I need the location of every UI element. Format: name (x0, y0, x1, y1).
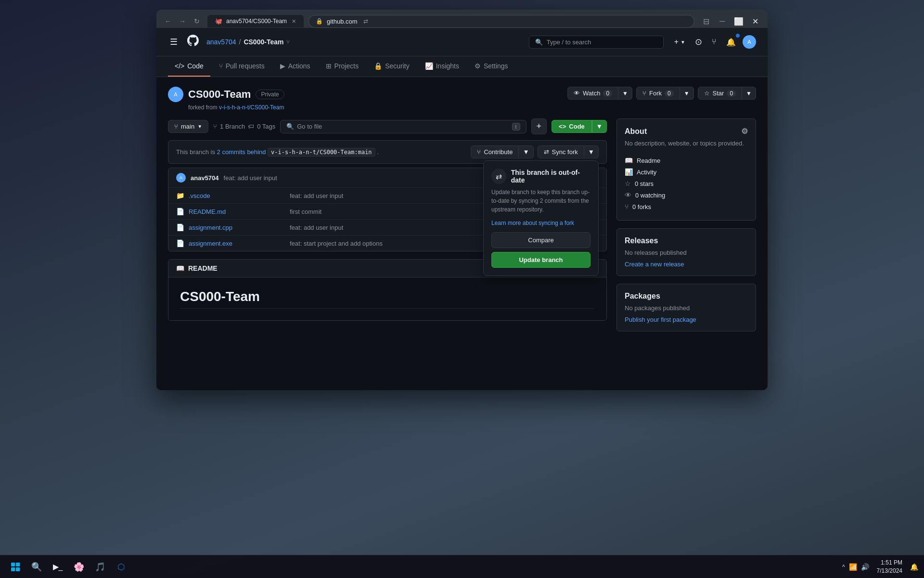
pr-button[interactable]: ⑂ (709, 35, 719, 49)
go-to-file-icon: 🔍 (286, 123, 294, 130)
about-title: About ⚙ (625, 127, 748, 136)
sync-fork-dropdown-button[interactable]: ▼ (584, 145, 599, 158)
taskbar-spotify[interactable]: 🎵 (90, 557, 110, 577)
tab-insights[interactable]: 📈 Insights (418, 56, 466, 77)
file-name-cpp[interactable]: assignment.cpp (189, 224, 285, 231)
forward-button[interactable]: → (177, 15, 188, 27)
browser-actions: ⊟ ─ ⬜ ✕ (699, 14, 762, 28)
code-dropdown-button[interactable]: ▼ (592, 120, 607, 133)
about-stat-activity[interactable]: 📊 Activity (625, 166, 748, 178)
about-stat-stars[interactable]: ☆ 0 stars (625, 178, 748, 189)
about-settings-icon[interactable]: ⚙ (741, 127, 748, 136)
repo-actions: 👁 Watch 0 ▼ ⑂ Fork 0 (567, 87, 756, 100)
tray-chevron[interactable]: ^ (842, 564, 845, 570)
browser-tab[interactable]: 🐙 anav5704/CS000-Team ✕ (207, 15, 304, 27)
sync-dropdown-icon: ⇄ (491, 169, 506, 184)
taskbar-vscode[interactable]: ⬡ (112, 557, 131, 577)
notification-icon[interactable]: 🔔 (910, 563, 918, 571)
tab-actions[interactable]: ▶ Actions (273, 56, 317, 77)
sync-dropdown: ⇄ This branch is out-of-date Update bran… (483, 160, 599, 276)
tab-insights-label: Insights (436, 62, 459, 70)
breadcrumb-owner[interactable]: anav5704 (206, 38, 236, 46)
tags-count-link[interactable]: 0 Tags (257, 123, 275, 130)
tab-close[interactable]: ✕ (292, 18, 296, 25)
star-button[interactable]: ☆ Star 0 (698, 87, 743, 100)
tab-title: anav5704/CS000-Team (226, 18, 287, 25)
watch-dropdown-button[interactable]: ▼ (618, 87, 632, 100)
releases-card: Releases No releases published Create a … (616, 228, 756, 276)
about-stat-readme[interactable]: 📖 Readme (625, 155, 748, 166)
commit-author[interactable]: anav5704 (191, 174, 219, 182)
branch-selector[interactable]: ⑂ main ▼ (168, 120, 208, 133)
file-name-vscode[interactable]: .vscode (189, 192, 285, 199)
minimize-button[interactable]: ─ (716, 14, 729, 28)
tab-pull-requests[interactable]: ⑂ Pull requests (212, 56, 271, 77)
split-view-button[interactable]: ⊟ (699, 14, 713, 28)
branch-count-link[interactable]: 1 Branch (220, 123, 245, 130)
packages-card: Packages No packages published Publish y… (616, 284, 756, 331)
volume-icon[interactable]: 🔊 (861, 563, 869, 571)
new-button[interactable]: + ▼ (671, 35, 688, 49)
fork-dropdown-button[interactable]: ▼ (680, 87, 694, 100)
publish-package-link[interactable]: Publish your first package (625, 316, 696, 323)
repo-title-row: A CS000-Team Private (168, 87, 284, 102)
sync-dropdown-link[interactable]: Learn more about syncing a fork (491, 220, 590, 226)
bookmark-icon[interactable]: ⇄ (363, 18, 368, 25)
repo-nav: </> Code ⑂ Pull requests ▶ Actions ⊞ Pro… (156, 56, 768, 77)
sync-banner-text: This branch is 2 commits behind v-i-s-h-… (176, 148, 379, 156)
taskbar-terminal[interactable]: ▶_ (48, 557, 67, 577)
contribute-button[interactable]: ⑂ Contribute (471, 145, 519, 158)
tags-icon: 🏷 (248, 123, 254, 130)
taskbar-app1[interactable]: 🌸 (69, 557, 89, 577)
maximize-button[interactable]: ⬜ (732, 14, 745, 28)
watch-button[interactable]: 👁 Watch 0 (567, 87, 618, 100)
code-button[interactable]: <> Code (552, 120, 592, 133)
address-bar[interactable]: 🔒 github.com ⇄ (308, 15, 694, 28)
fork-source-link[interactable]: v-i-s-h-a-n-t/CS000-Team (219, 104, 284, 111)
packages-title: Packages (625, 292, 748, 301)
tab-security[interactable]: 🔒 Security (367, 56, 416, 77)
start-button[interactable] (6, 557, 25, 577)
clock[interactable]: 1:51 PM 7/13/2024 (877, 559, 902, 575)
add-file-button[interactable]: + (531, 118, 547, 134)
pr-icon: ⑂ (219, 62, 223, 70)
commits-behind-link[interactable]: 2 commits behind (217, 148, 266, 156)
search-bar[interactable]: 🔍 Type / to search (529, 36, 664, 49)
network-icon[interactable]: 📶 (849, 563, 857, 571)
user-avatar[interactable]: A (743, 35, 756, 49)
update-branch-button[interactable]: Update branch (491, 252, 590, 268)
back-button[interactable]: ← (162, 15, 174, 27)
refresh-button[interactable]: ↻ (191, 15, 203, 27)
repo-visibility-badge: Private (256, 90, 284, 99)
about-stat-forks[interactable]: ⑂ 0 forks (625, 201, 748, 212)
sync-fork-button[interactable]: ⇄ Sync fork (538, 145, 584, 158)
about-stat-watching[interactable]: 👁 0 watching (625, 189, 748, 201)
compare-button[interactable]: Compare (491, 232, 590, 248)
go-to-file[interactable]: 🔍 Go to file t (280, 120, 526, 133)
taskbar-right: ^ 📶 🔊 1:51 PM 7/13/2024 🔔 (842, 559, 918, 575)
fork-button[interactable]: ⑂ Fork 0 (636, 87, 680, 100)
search-icon: 🔍 (535, 39, 543, 46)
github-logo[interactable] (187, 35, 199, 49)
fork-btn-icon: ⑂ (642, 90, 646, 97)
file-name-exe[interactable]: assignment.exe (189, 240, 285, 247)
tab-projects[interactable]: ⊞ Projects (319, 56, 366, 77)
branch-info: ⑂ 1 Branch 🏷 0 Tags (213, 123, 275, 130)
watching-stat-label: 0 watching (635, 192, 665, 199)
star-dropdown-button[interactable]: ▼ (742, 87, 756, 100)
file-name-readme[interactable]: README.md (189, 208, 285, 215)
stars-stat-icon: ☆ (625, 180, 631, 187)
sync-fork-btn-group: ⇄ Sync fork ▼ ⇄ This branch is out-of-d (538, 145, 599, 158)
star-icon: ☆ (704, 90, 710, 97)
contribute-dropdown-button[interactable]: ▼ (519, 145, 533, 158)
tab-settings[interactable]: ⚙ Settings (468, 56, 515, 77)
browser-chrome: ← → ↻ 🐙 anav5704/CS000-Team ✕ 🔒 (156, 10, 768, 28)
tab-code[interactable]: </> Code (168, 56, 210, 77)
close-button[interactable]: ✕ (748, 14, 762, 28)
issues-button[interactable]: ⊙ (692, 34, 705, 50)
taskbar-search[interactable]: 🔍 (27, 557, 46, 577)
main-layout: ⑂ main ▼ ⑂ 1 Branch 🏷 0 Tags (168, 118, 756, 331)
create-release-link[interactable]: Create a new release (625, 261, 684, 268)
hamburger-button[interactable]: ☰ (168, 35, 180, 49)
breadcrumb-repo[interactable]: CS000-Team (244, 38, 283, 46)
